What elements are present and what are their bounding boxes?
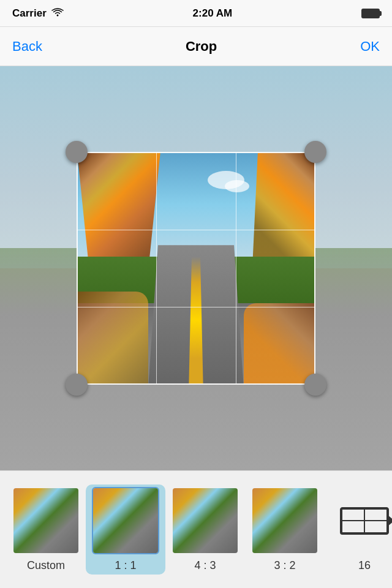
battery-icon [361, 9, 380, 18]
status-time: 2:20 AM [193, 7, 233, 20]
handle-bottom-left[interactable] [66, 374, 88, 396]
back-button[interactable]: Back [12, 39, 42, 55]
handle-bottom-right[interactable] [304, 374, 326, 396]
ratio-item-3-2[interactable]: 3 : 2 [245, 484, 325, 575]
nav-bar: Back Crop OK [0, 27, 392, 66]
thumb-scene-4-3 [173, 488, 238, 553]
thumb-scene-1-1 [93, 488, 158, 553]
ratio-item-custom[interactable]: Custom [6, 484, 86, 575]
handle-top-right[interactable] [304, 141, 326, 163]
ratio-item-4-3[interactable]: 4 : 3 [165, 484, 245, 575]
ratio-label-custom: Custom [27, 559, 65, 572]
ok-button[interactable]: OK [360, 39, 380, 55]
ratio-item-1-1[interactable]: 1 : 1 [86, 484, 165, 575]
crop-scene [77, 153, 315, 384]
grid-cell-4 [364, 521, 387, 533]
status-bar: Carrier 2:20 AM [0, 0, 392, 27]
grid-cell-3 [342, 521, 364, 533]
icon-grid [342, 509, 387, 533]
handle-top-left[interactable] [66, 141, 88, 163]
fallen-leaves-right [244, 303, 315, 384]
ratio-label-16-9: 16 [358, 559, 371, 572]
crop-image [77, 152, 315, 385]
ratio-thumbnail-4-3 [172, 487, 239, 554]
ratio-item-16-9[interactable]: 16 [325, 484, 392, 575]
status-left: Carrier [12, 7, 64, 20]
svg-point-0 [56, 14, 58, 16]
bottom-toolbar: Custom 1 : 1 4 : 3 3 : 2 [0, 470, 392, 588]
carrier-label: Carrier [12, 7, 47, 20]
ratio-label-4-3: 4 : 3 [194, 559, 216, 572]
fallen-leaves-left [77, 292, 148, 384]
ratio-thumbnail-3-2 [251, 487, 318, 554]
status-right [361, 9, 380, 18]
crop-region[interactable] [77, 152, 315, 385]
ratio-thumbnail-custom [12, 487, 80, 554]
icon-16-9 [340, 507, 389, 535]
wifi-icon [51, 7, 64, 20]
page-title: Crop [186, 39, 217, 55]
image-area [0, 66, 392, 470]
ratio-label-1-1: 1 : 1 [115, 559, 136, 572]
grid-cell-1 [342, 509, 364, 521]
ratio-thumbnail-1-1 [92, 487, 159, 554]
thumb-scene-3-2 [252, 488, 317, 553]
ratio-label-3-2: 3 : 2 [274, 559, 295, 572]
grid-cell-2 [364, 509, 387, 521]
ratio-thumbnail-16-9 [331, 487, 392, 554]
thumb-scene-custom [13, 488, 78, 553]
ratio-items-list: Custom 1 : 1 4 : 3 3 : 2 [0, 475, 392, 584]
